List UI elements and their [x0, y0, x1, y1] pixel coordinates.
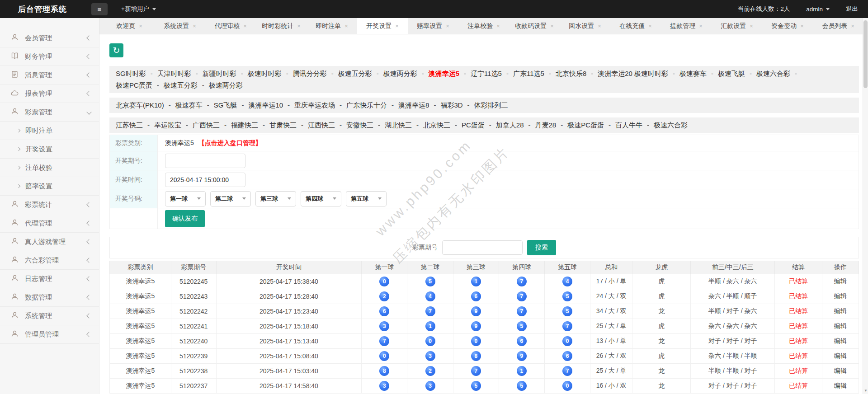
logout-button[interactable]: 退出	[846, 5, 858, 13]
tab-close-icon[interactable]: ×	[446, 23, 449, 29]
lottery-link-重庆幸运农场[interactable]: 重庆幸运农场	[294, 101, 335, 109]
edit-link[interactable]: 编辑	[834, 322, 847, 329]
tab-close-icon[interactable]: ×	[139, 23, 142, 29]
lottery-link-广西快三[interactable]: 广西快三	[193, 121, 220, 129]
lottery-link-湖北快三[interactable]: 湖北快三	[385, 121, 412, 129]
lottery-link-极速PC蛋蛋[interactable]: 极速PC蛋蛋	[567, 121, 604, 129]
tab-提款管理[interactable]: 提款管理×	[661, 18, 712, 34]
lottery-link-极速时时彩[interactable]: 极速时时彩	[248, 70, 282, 77]
lottery-link-极速五分彩[interactable]: 极速五分彩	[338, 70, 372, 77]
sidebar-item-彩票管理[interactable]: 彩票管理	[0, 103, 99, 122]
tab-close-icon[interactable]: ×	[750, 23, 753, 29]
lottery-link-福建快三[interactable]: 福建快三	[231, 121, 258, 129]
tab-代理审核[interactable]: 代理审核×	[205, 18, 256, 34]
lottery-link-极速PC蛋蛋[interactable]: 极速PC蛋蛋	[116, 81, 152, 89]
tab-回水设置[interactable]: 回水设置×	[560, 18, 610, 34]
sidebar-item-数据管理[interactable]: 数据管理	[0, 288, 99, 307]
lottery-link-极速六合彩[interactable]: 极速六合彩	[654, 121, 688, 129]
tab-资金变动[interactable]: 资金变动×	[762, 18, 813, 34]
lottery-link-江苏快三[interactable]: 江苏快三	[116, 121, 143, 129]
lottery-link-澳洲幸运5[interactable]: 澳洲幸运5	[429, 70, 459, 77]
lottery-link-体彩排列三[interactable]: 体彩排列三	[474, 101, 508, 109]
tab-即时注单[interactable]: 即时注单×	[307, 18, 357, 34]
lottery-link-极速两分彩[interactable]: 极速两分彩	[383, 70, 417, 77]
sidebar-item-报表管理[interactable]: 报表管理	[0, 84, 99, 103]
lottery-link-安徽快三[interactable]: 安徽快三	[346, 121, 373, 129]
draw-time-input[interactable]	[165, 173, 245, 187]
confirm-publish-button[interactable]: 确认发布	[165, 210, 205, 227]
tab-close-icon[interactable]: ×	[395, 23, 399, 29]
lottery-link-北京快乐8[interactable]: 北京快乐8	[556, 70, 586, 77]
lottery-link-新疆时时彩[interactable]: 新疆时时彩	[203, 70, 236, 77]
lottery-link-福彩3D[interactable]: 福彩3D	[440, 101, 462, 109]
lottery-link-江西快三[interactable]: 江西快三	[308, 121, 335, 129]
edit-link[interactable]: 编辑	[834, 352, 847, 359]
sidebar-item-消息管理[interactable]: 消息管理	[0, 66, 99, 84]
lottery-link-极速两分彩[interactable]: 极速两分彩	[209, 81, 243, 89]
sidebar-item-财务管理[interactable]: 财务管理	[0, 47, 99, 66]
lottery-link-北京赛车(PK10)[interactable]: 北京赛车(PK10)	[116, 101, 164, 109]
sidebar-item-系统管理[interactable]: 系统管理	[0, 307, 99, 325]
lottery-link-极速六合彩[interactable]: 极速六合彩	[756, 70, 790, 77]
period-input[interactable]	[165, 154, 245, 168]
lottery-link-澳洲幸运20 极速时时彩[interactable]: 澳洲幸运20 极速时时彩	[598, 70, 668, 77]
ball-select-第四球[interactable]: 第四球	[301, 191, 341, 206]
tab-欢迎页[interactable]: 欢迎页×	[104, 18, 155, 34]
tab-close-icon[interactable]: ×	[648, 23, 652, 29]
lottery-link-百人牛牛[interactable]: 百人牛牛	[615, 121, 642, 129]
tab-close-icon[interactable]: ×	[598, 23, 601, 29]
tab-close-icon[interactable]: ×	[243, 23, 247, 29]
lottery-link-澳洲幸运10[interactable]: 澳洲幸运10	[248, 101, 283, 109]
lottery-link-甘肃快三[interactable]: 甘肃快三	[269, 121, 297, 129]
menu-toggle-button[interactable]: ≡	[91, 3, 108, 15]
lottery-link-澳洲幸运8[interactable]: 澳洲幸运8	[398, 101, 429, 109]
tab-close-icon[interactable]: ×	[496, 23, 500, 29]
lottery-link-广东11选5[interactable]: 广东11选5	[513, 70, 544, 77]
lottery-link-SG飞艇[interactable]: SG飞艇	[214, 101, 237, 109]
lottery-link-幸运骰宝[interactable]: 幸运骰宝	[154, 121, 181, 129]
tab-会员列表[interactable]: 会员列表×	[813, 18, 863, 34]
sidebar-item-代理管理[interactable]: 代理管理	[0, 214, 99, 233]
edit-link[interactable]: 编辑	[834, 292, 847, 300]
ball-select-第五球[interactable]: 第五球	[346, 191, 387, 206]
ball-select-第三球[interactable]: 第三球	[255, 191, 296, 206]
sidebar-item-彩票统计[interactable]: 彩票统计	[0, 196, 99, 214]
tab-close-icon[interactable]: ×	[297, 23, 301, 29]
sidebar-subitem-注单校验[interactable]: 注单校验	[0, 159, 99, 177]
lottery-link-加拿大28[interactable]: 加拿大28	[496, 121, 524, 129]
sidebar-subitem-赔率设置[interactable]: 赔率设置	[0, 177, 99, 196]
new-user-dropdown[interactable]: +新增用户	[121, 5, 156, 13]
tab-收款码设置[interactable]: 收款码设置×	[509, 18, 560, 34]
sidebar-subitem-开奖设置[interactable]: 开奖设置	[0, 140, 99, 159]
lottery-link-极速赛车[interactable]: 极速赛车	[175, 101, 203, 109]
lottery-link-天津时时彩[interactable]: 天津时时彩	[157, 70, 191, 77]
edit-link[interactable]: 编辑	[834, 367, 847, 374]
search-button[interactable]: 搜索	[527, 240, 556, 255]
tab-时时彩统计[interactable]: 时时彩统计×	[256, 18, 307, 34]
sidebar-item-六合彩管理[interactable]: 六合彩管理	[0, 251, 99, 270]
lottery-link-极速五分彩[interactable]: 极速五分彩	[164, 81, 198, 89]
sidebar-item-管理员管理[interactable]: 管理员管理	[0, 325, 99, 344]
edit-link[interactable]: 编辑	[834, 307, 847, 314]
lottery-link-广东快乐十分[interactable]: 广东快乐十分	[346, 101, 387, 109]
page-scrollbar[interactable]: ▼	[863, 18, 868, 394]
edit-link[interactable]: 编辑	[834, 382, 847, 389]
scrollbar-thumb[interactable]	[863, 20, 868, 88]
lottery-link-SG时时彩[interactable]: SG时时彩	[116, 70, 146, 77]
lottery-link-PC蛋蛋[interactable]: PC蛋蛋	[462, 121, 485, 129]
lottery-link-辽宁11选5[interactable]: 辽宁11选5	[471, 70, 502, 77]
sidebar-item-日志管理[interactable]: 日志管理	[0, 270, 99, 288]
tab-在线充值[interactable]: 在线充值×	[610, 18, 661, 34]
tab-close-icon[interactable]: ×	[344, 23, 348, 29]
sidebar-item-会员管理[interactable]: 会员管理	[0, 29, 99, 47]
lottery-link-极速飞艇[interactable]: 极速飞艇	[718, 70, 745, 77]
tab-close-icon[interactable]: ×	[699, 23, 703, 29]
tab-close-icon[interactable]: ×	[550, 23, 554, 29]
scrollbar-down-arrow-icon[interactable]: ▼	[863, 389, 868, 393]
edit-link[interactable]: 编辑	[834, 337, 847, 344]
tab-close-icon[interactable]: ×	[851, 23, 854, 29]
tab-系统设置[interactable]: 系统设置×	[155, 18, 205, 34]
refresh-button[interactable]: ↻	[109, 43, 123, 57]
sidebar-subitem-即时注单[interactable]: 即时注单	[0, 122, 99, 140]
lottery-link-丹麦28[interactable]: 丹麦28	[535, 121, 557, 129]
